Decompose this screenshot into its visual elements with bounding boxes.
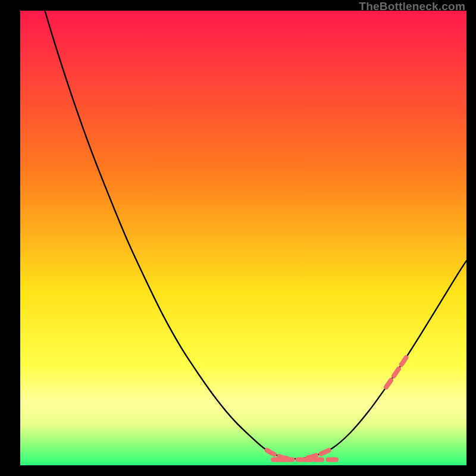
chart-svg	[20, 11, 466, 465]
plot-area	[20, 11, 466, 465]
chart-frame: TheBottleneck.com	[0, 0, 476, 476]
gradient-background	[20, 11, 466, 465]
watermark-text: TheBottleneck.com	[359, 0, 465, 13]
